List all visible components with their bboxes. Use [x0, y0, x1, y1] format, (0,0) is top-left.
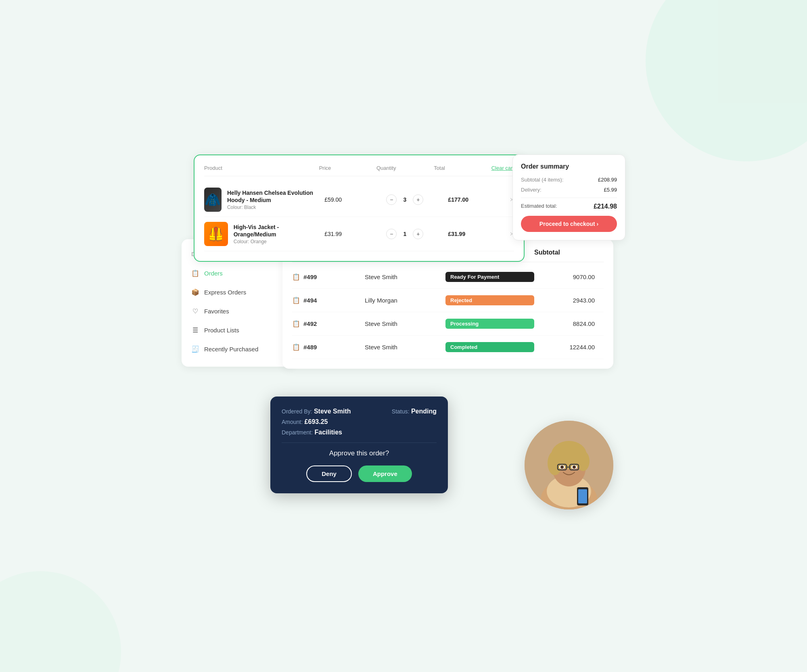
cart-quantity-header: Quantity [376, 165, 434, 171]
status-badge-rejected: Rejected [445, 295, 534, 305]
qty-increase-button[interactable]: + [413, 194, 423, 205]
modal-ordered-by: Ordered By: Steve Smith [282, 408, 351, 415]
cart-item-total: £177.00 [448, 196, 506, 203]
cart-item-price: £31.99 [324, 231, 383, 237]
qty-value: 1 [401, 231, 409, 237]
cart-total-header: Total [434, 165, 491, 171]
modal-status-label: Status: [392, 408, 410, 415]
placed-by: Lilly Morgan [365, 297, 445, 304]
modal-amount: Amount: £693.25 [282, 418, 328, 426]
modal-amount-row: Amount: £693.25 [282, 418, 437, 426]
cart-row: High-Vis Jacket - Orange/Medium Colour: … [204, 217, 514, 251]
subtotal-value: 9070.00 [534, 273, 595, 280]
sidebar-item-label: Orders [204, 270, 223, 277]
amount-label: Amount: [282, 419, 303, 425]
cart-product-info: High-Vis Jacket - Orange/Medium Colour: … [204, 222, 321, 246]
clear-cart-button[interactable]: Clear cart [491, 165, 514, 171]
quantity-control: − 1 + [386, 229, 445, 239]
department-value: Facilities [315, 429, 342, 436]
delivery-row: Delivery: £5.99 [521, 187, 617, 193]
product-details: High-Vis Jacket - Orange/Medium Colour: … [234, 223, 321, 244]
subtotal-label: Subtotal (4 items): [521, 177, 564, 183]
table-row[interactable]: 📋 #492 Steve Smith Processing 8824.00 [292, 312, 604, 336]
checkout-button[interactable]: Proceed to checkout › [521, 216, 617, 232]
modal-status-value: Pending [411, 408, 437, 415]
order-summary-panel: Order summary Subtotal (4 items): £208.9… [512, 154, 625, 240]
sidebar-item-label: Recently Purchased [204, 346, 258, 353]
deny-button[interactable]: Deny [306, 465, 352, 482]
subtotal-value: 8824.00 [534, 320, 595, 327]
order-id: 📋 #489 [292, 343, 365, 351]
modal-question: Approve this order? [282, 449, 437, 457]
qty-decrease-button[interactable]: − [386, 229, 397, 239]
cart-price-header: Price [319, 165, 376, 171]
product-color: Colour: Orange [234, 239, 321, 244]
express-orders-icon: 📦 [191, 288, 199, 296]
sidebar-item-recently-purchased[interactable]: 🧾 Recently Purchased [182, 340, 295, 359]
estimated-label: Estimated total: [521, 203, 557, 210]
placed-by: Steve Smith [365, 320, 445, 327]
product-name: High-Vis Jacket - Orange/Medium [234, 223, 321, 238]
order-id: 📋 #492 [292, 320, 365, 328]
subtotal-value: 2943.00 [534, 297, 595, 304]
modal-buttons: Deny Approve [282, 465, 437, 482]
cart-item-total: £31.99 [448, 231, 506, 237]
table-row[interactable]: 📋 #499 Steve Smith Ready For Payment 907… [292, 265, 604, 289]
order-summary-title: Order summary [521, 163, 617, 170]
product-image-hoody [204, 188, 222, 212]
sidebar-item-favorites[interactable]: ♡ Favorites [182, 302, 295, 321]
sidebar-item-product-lists[interactable]: ☰ Product Lists [182, 321, 295, 340]
cart-row: Helly Hansen Chelsea Evolution Hoody - M… [204, 183, 514, 217]
sidebar-item-label: Express Orders [204, 289, 246, 296]
subtotal-value: 12244.00 [534, 344, 595, 351]
scene: Product Price Quantity Total Clear cart … [182, 154, 625, 518]
approve-button[interactable]: Approve [358, 465, 412, 482]
modal-divider [282, 442, 437, 443]
cart-product-header: Product [204, 165, 319, 171]
product-image-jacket [204, 222, 228, 246]
approval-modal: Ordered By: Steve Smith Status: Pending … [270, 397, 448, 493]
sidebar-item-label: Product Lists [204, 327, 239, 334]
qty-increase-button[interactable]: + [413, 229, 423, 239]
order-id: 📋 #499 [292, 273, 365, 281]
qty-value: 3 [401, 196, 409, 203]
quantity-control: − 3 + [386, 194, 445, 205]
product-details: Helly Hansen Chelsea Evolution Hoody - M… [227, 189, 321, 210]
summary-divider [521, 198, 617, 198]
cart-product-info: Helly Hansen Chelsea Evolution Hoody - M… [204, 188, 321, 212]
cart-card: Product Price Quantity Total Clear cart … [194, 154, 525, 262]
sidebar-item-label: Favorites [204, 308, 229, 315]
table-row[interactable]: 📋 #494 Lilly Morgan Rejected 2943.00 [292, 289, 604, 312]
svg-point-6 [548, 451, 562, 475]
product-lists-icon: ☰ [191, 326, 199, 334]
cart-item-price: £59.00 [324, 196, 383, 203]
order-id: 📋 #494 [292, 296, 365, 304]
amount-value: £693.25 [305, 418, 328, 425]
recently-purchased-icon: 🧾 [191, 345, 199, 353]
status-badge-completed: Completed [445, 342, 534, 352]
table-row[interactable]: 📋 #489 Steve Smith Completed 12244.00 [292, 336, 604, 359]
sidebar-item-orders[interactable]: 📋 Orders [182, 264, 295, 283]
svg-rect-16 [578, 489, 587, 503]
sidebar-item-express-orders[interactable]: 📦 Express Orders [182, 283, 295, 302]
ordered-by-label: Ordered By: [282, 408, 312, 415]
person-photo [525, 421, 613, 509]
order-clipboard-icon: 📋 [292, 320, 300, 328]
qty-decrease-button[interactable]: − [386, 194, 397, 205]
favorites-icon: ♡ [191, 307, 199, 315]
cart-header: Product Price Quantity Total Clear cart [204, 165, 514, 176]
modal-department-row: Department: Facilities [282, 429, 437, 436]
column-header-subtotal: Subtotal [534, 249, 595, 256]
person-illustration [525, 421, 613, 509]
delivery-label: Delivery: [521, 187, 541, 193]
placed-by: Steve Smith [365, 273, 445, 280]
svg-point-13 [560, 465, 564, 469]
modal-ordered-by-row: Ordered By: Steve Smith Status: Pending [282, 408, 437, 415]
order-clipboard-icon: 📋 [292, 273, 300, 281]
order-clipboard-icon: 📋 [292, 343, 300, 351]
ordered-by-value: Steve Smith [314, 408, 351, 415]
modal-department: Department: Facilities [282, 429, 342, 436]
subtotal-row: Subtotal (4 items): £208.99 [521, 177, 617, 183]
product-color: Colour: Black [227, 205, 321, 210]
subtotal-value: £208.99 [598, 177, 617, 183]
